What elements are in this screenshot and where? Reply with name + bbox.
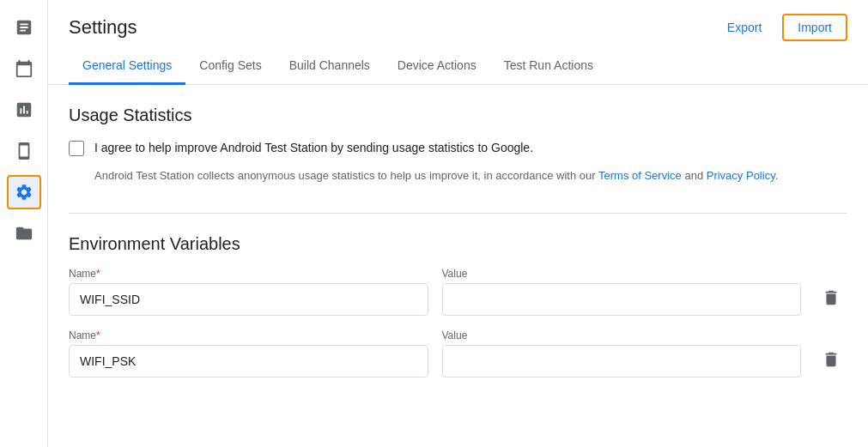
env-row-1-name-label: Name* <box>69 268 428 280</box>
sidebar-item-analytics[interactable] <box>7 93 41 127</box>
section-divider <box>69 213 847 214</box>
tab-config-sets[interactable]: Config Sets <box>185 48 275 85</box>
env-row-1-value-group: Value <box>442 268 802 316</box>
usage-checkbox[interactable] <box>69 141 84 156</box>
env-row-1-name-group: Name* <box>69 268 428 316</box>
env-row-2-value-label: Value <box>442 329 802 341</box>
info-text-before: Android Test Station collects anonymous … <box>94 169 598 182</box>
env-row-2-value-input[interactable] <box>442 345 802 378</box>
sidebar-item-folder[interactable] <box>7 216 41 251</box>
settings-icon <box>15 183 33 202</box>
env-row-2-name-input[interactable] <box>69 345 428 378</box>
delete-icon-2 <box>822 350 841 369</box>
env-row-2-name-group: Name* <box>69 329 428 378</box>
content-area: Usage Statistics I agree to help improve… <box>48 85 868 447</box>
environment-variables-section: Environment Variables Name* Value <box>69 234 847 378</box>
sidebar <box>0 0 48 447</box>
delete-icon-1 <box>822 288 841 307</box>
environment-variables-title: Environment Variables <box>69 234 847 254</box>
import-button[interactable]: Import <box>782 14 847 41</box>
tab-general-settings[interactable]: General Settings <box>69 48 185 85</box>
env-row-2: Name* Value <box>69 329 847 378</box>
tab-test-run-actions[interactable]: Test Run Actions <box>490 48 607 85</box>
sidebar-item-tasks[interactable] <box>7 10 41 45</box>
env-row-1-value-label: Value <box>442 268 802 280</box>
env-row-1: Name* Value <box>69 268 847 316</box>
privacy-policy-link[interactable]: Privacy Policy <box>707 169 775 182</box>
page-title: Settings <box>69 16 137 39</box>
main-content: Settings Export Import General Settings … <box>48 0 868 447</box>
env-row-1-delete-button[interactable] <box>815 281 847 314</box>
tab-build-channels[interactable]: Build Channels <box>276 48 384 85</box>
analytics-icon <box>15 100 33 119</box>
terms-of-service-link[interactable]: Terms of Service <box>598 169 682 182</box>
env-row-1-value-input[interactable] <box>442 283 802 316</box>
info-text-middle: and <box>682 169 707 182</box>
calendar-icon <box>15 59 33 78</box>
export-button[interactable]: Export <box>720 15 768 39</box>
sidebar-item-device[interactable] <box>7 134 41 168</box>
usage-checkbox-label[interactable]: I agree to help improve Android Test Sta… <box>94 139 533 157</box>
device-icon <box>15 142 33 160</box>
env-row-2-name-required: * <box>96 329 100 341</box>
sidebar-item-settings[interactable] <box>7 175 41 209</box>
folder-icon <box>15 224 33 243</box>
env-rows: Name* Value <box>69 268 847 378</box>
info-text-after: . <box>775 169 779 182</box>
header: Settings Export Import <box>48 0 868 41</box>
tabs-bar: General Settings Config Sets Build Chann… <box>48 48 868 85</box>
usage-info-text: Android Test Station collects anonymous … <box>94 167 847 185</box>
env-row-2-delete-button[interactable] <box>815 343 847 376</box>
usage-statistics-section: Usage Statistics I agree to help improve… <box>69 106 847 185</box>
usage-checkbox-row: I agree to help improve Android Test Sta… <box>69 139 847 157</box>
tasks-icon <box>15 18 33 37</box>
header-actions: Export Import <box>720 14 847 41</box>
env-row-1-name-input[interactable] <box>69 283 428 316</box>
env-row-2-value-group: Value <box>442 329 802 378</box>
usage-statistics-title: Usage Statistics <box>69 106 847 125</box>
sidebar-item-calendar[interactable] <box>7 51 41 86</box>
tab-device-actions[interactable]: Device Actions <box>384 48 490 85</box>
env-row-1-name-required: * <box>96 268 100 280</box>
env-row-2-name-label: Name* <box>69 329 428 341</box>
